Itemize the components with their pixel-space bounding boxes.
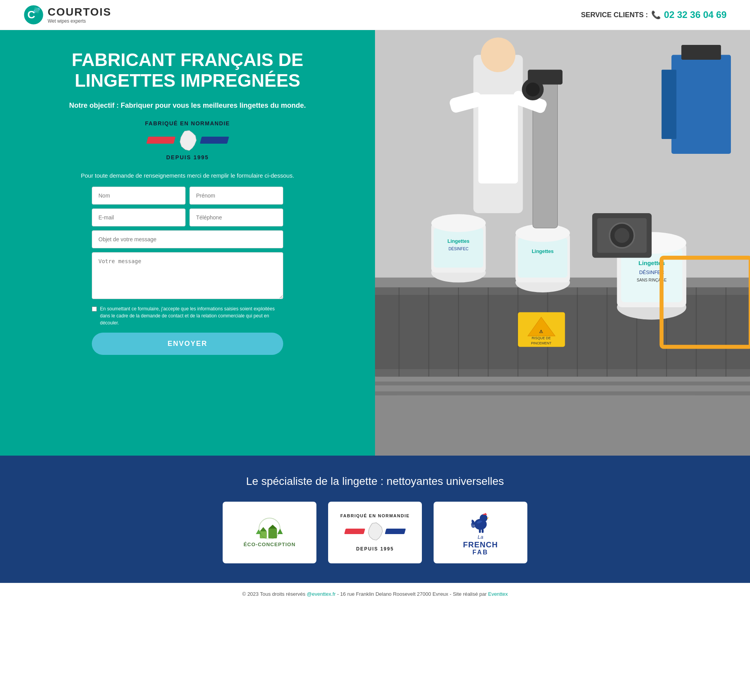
logo-area: C COURTOIS Wet wipes experts [23, 5, 111, 25]
french-fab-badge: La FRENCH FAB [463, 509, 498, 556]
site-footer: © 2023 Tous droits réservés @eventtex.fr… [0, 583, 750, 605]
service-clients-label: SERVICE CLIENTS : [581, 11, 648, 19]
site-header: C COURTOIS Wet wipes experts SERVICE CLI… [0, 0, 750, 30]
normandie-label: FABRIQUÉ EN NORMANDIE [145, 120, 230, 126]
svg-rect-56 [478, 94, 518, 183]
svg-rect-45 [662, 69, 677, 139]
service-clients: SERVICE CLIENTS : 📞 02 32 36 04 69 [581, 9, 727, 20]
eco-label: ÉCO-CONCEPTION [243, 541, 295, 547]
badge-normandie: FABRIQUÉ EN NORMANDIE DEPUIS 1995 [145, 120, 230, 168]
badge-eco-card: ÉCO-CONCEPTION [223, 502, 316, 563]
svg-rect-46 [681, 45, 721, 60]
hero-form-intro: Pour toute demande de renseignements mer… [81, 172, 294, 179]
phone-icon: 📞 [651, 10, 661, 20]
factory-image: Lingettes DÉSINFEC Lingettes Lingettes D… [375, 30, 750, 456]
flag-blue [200, 137, 229, 144]
message-textarea[interactable] [92, 252, 283, 299]
logo-name: COURTOIS [48, 6, 111, 18]
french-fab-icon [469, 509, 492, 533]
svg-rect-8 [375, 369, 750, 376]
svg-text:⚠: ⚠ [539, 329, 543, 334]
hero-title: FABRICANT FRANÇAIS DE LINGETTES IMPREGNÉ… [23, 50, 352, 91]
flag-red [146, 137, 175, 144]
logo-icon: C [23, 5, 44, 25]
badge-eco: ÉCO-CONCEPTION [243, 518, 295, 547]
specialist-section: Le spécialiste de la lingette : nettoyan… [0, 456, 750, 583]
footer-text: © 2023 Tous droits réservés [242, 591, 307, 597]
svg-point-53 [614, 228, 629, 243]
svg-rect-62 [375, 381, 750, 385]
france-map-icon [177, 130, 198, 151]
french-fab-fab: FAB [473, 549, 489, 556]
svg-rect-75 [482, 529, 484, 533]
svg-rect-29 [518, 238, 568, 277]
french-fab-la: La [478, 534, 483, 540]
footer-link-eventtex[interactable]: @eventtex.fr [307, 591, 336, 597]
fab-normandie-label: FABRIQUÉ EN NORMANDIE [340, 513, 410, 518]
consent-checkbox[interactable] [92, 306, 97, 312]
telephone-input[interactable] [189, 208, 283, 226]
svg-rect-74 [479, 529, 481, 533]
badge-normandie-card: FABRIQUÉ EN NORMANDIE DEPUIS 1995 [328, 502, 422, 563]
prenom-input[interactable] [189, 187, 283, 205]
svg-text:Lingettes: Lingettes [532, 249, 554, 254]
form-row-contact [92, 208, 283, 226]
contact-form: En soumettant ce formulaire, j'accepte q… [92, 187, 283, 355]
svg-text:RISQUE DE: RISQUE DE [532, 336, 551, 340]
hero-subtitle: Notre objectif : Fabriquer pour vous les… [69, 100, 306, 111]
logo-tagline: Wet wipes experts [48, 18, 111, 24]
email-input[interactable] [92, 208, 186, 226]
badges-row: ÉCO-CONCEPTION FABRIQUÉ EN NORMANDIE DEP… [23, 502, 727, 563]
hero-right-panel: Lingettes DÉSINFEC Lingettes Lingettes D… [375, 30, 750, 456]
hero-section: FABRICANT FRANÇAIS DE LINGETTES IMPREGNÉ… [0, 30, 750, 456]
france-map-small [367, 522, 383, 541]
form-row-name [92, 187, 283, 205]
submit-button[interactable]: ENVOYER [92, 333, 283, 355]
svg-text:DÉSINFEC: DÉSINFEC [448, 246, 468, 251]
france-flag-bar [145, 130, 230, 151]
svg-rect-44 [671, 55, 731, 154]
phone-number[interactable]: 02 32 36 04 69 [664, 9, 727, 20]
depuis-label: DEPUIS 1995 [145, 154, 230, 160]
objet-input[interactable] [92, 230, 283, 248]
flag-bar-small [345, 522, 405, 541]
svg-point-26 [431, 214, 486, 232]
svg-point-55 [481, 37, 516, 72]
french-fab-text: La FRENCH FAB [463, 534, 498, 556]
consent-row: En soumettant ce formulaire, j'accepte q… [92, 305, 283, 326]
svg-point-60 [526, 82, 539, 96]
badge-since-label: DEPUIS 1995 [356, 546, 394, 552]
consent-text: En soumettant ce formulaire, j'accepte q… [100, 305, 283, 326]
svg-text:Lingettes: Lingettes [448, 239, 470, 244]
french-fab-french: FRENCH [463, 540, 498, 549]
normandie-badge: FABRIQUÉ EN NORMANDIE DEPUIS 1995 [340, 513, 410, 552]
logo-text-block: COURTOIS Wet wipes experts [48, 6, 111, 24]
eco-icon [256, 518, 283, 539]
specialist-title: Le spécialiste de la lingette : nettoyan… [23, 475, 727, 488]
badge-french-fab-card: La FRENCH FAB [434, 502, 527, 563]
svg-rect-63 [375, 391, 750, 395]
svg-text:PINCEMENT: PINCEMENT [531, 341, 552, 345]
svg-marker-66 [260, 527, 267, 531]
nom-input[interactable] [92, 187, 186, 205]
footer-link-eventtex2[interactable]: Eventtex [488, 591, 508, 597]
hero-left-panel: FABRICANT FRANÇAIS DE LINGETTES IMPREGNÉ… [0, 30, 375, 456]
svg-marker-67 [268, 525, 277, 529]
footer-text2: - 16 rue Franklin Delano Roosevelt 27000… [336, 591, 488, 597]
